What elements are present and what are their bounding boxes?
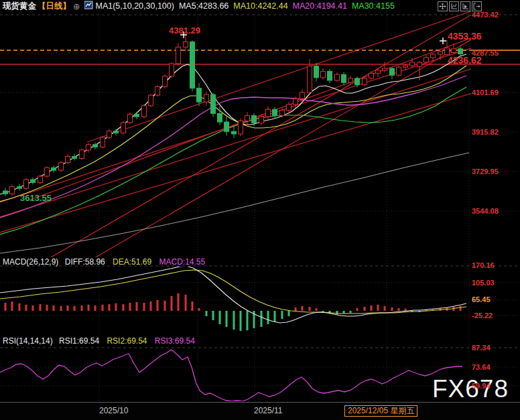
chart-header: 现货黄金 【日线】 ⊕ MA1(5,10,20,30,100) MA5:4283…: [3, 1, 395, 11]
fx678-watermark: FX678: [432, 375, 509, 403]
add-indicator-icon[interactable]: ⊕: [73, 1, 80, 11]
ma30-value: MA30:4155: [352, 1, 395, 11]
price-annotation: 4381.29: [169, 25, 200, 36]
ma-group-label[interactable]: MA1(5,10,20,30,100): [95, 1, 174, 11]
chart-svg[interactable]: [0, 0, 520, 420]
rsi-axis-label: 87.34: [472, 344, 491, 352]
price-axis-label: 3544.08: [472, 207, 499, 215]
chart-canvas[interactable]: [0, 0, 520, 420]
rsi-name[interactable]: RSI(14,14,14): [3, 336, 53, 346]
ma5-value: MA5:4283.66: [179, 1, 229, 11]
indicator-setup-icon[interactable]: [449, 1, 459, 11]
ma10-value: MA10:4242.44: [233, 1, 287, 11]
rsi-axis-label: 59.94: [472, 382, 491, 390]
time-label-oct: 2025/10: [99, 406, 128, 415]
trading-app-window: 现货黄金 【日线】 ⊕ MA1(5,10,20,30,100) MA5:4283…: [0, 0, 520, 420]
macd-pane-header: MACD(26,12,9) DIFF:58.96 DEA:51.69 MACD:…: [3, 257, 205, 267]
rsi2-value: RSI2:69.54: [107, 336, 147, 346]
price-axis-label: 3729.95: [472, 167, 499, 176]
price-annotation: 4236.62: [448, 55, 482, 66]
macd-dea-value: DEA:51.69: [113, 257, 151, 267]
price-annotation: 4353.36: [448, 31, 482, 42]
rsi-pane-header: RSI(14,14,14) RSI1:69.54 RSI2:69.54 RSI3…: [3, 336, 195, 346]
mini-chart-icon: [84, 1, 93, 11]
period-label[interactable]: 【日线】: [38, 1, 71, 12]
rsi3-value: RSI3:69.54: [155, 336, 195, 346]
macd-axis-label: 105.03: [472, 279, 495, 287]
chart-toolbar: [438, 1, 482, 11]
price-axis-label: 3915.82: [472, 128, 499, 136]
ma20-value: MA20:4194.41: [293, 1, 347, 11]
move-crosshair-icon[interactable]: [438, 1, 448, 11]
macd-axis-label: 170.16: [472, 261, 495, 269]
play-forward-icon[interactable]: [460, 1, 470, 11]
price-annotation: 3613.55: [20, 193, 52, 203]
symbol-title: 现货黄金: [3, 1, 36, 12]
macd-diff-value: DIFF:58.96: [65, 257, 105, 267]
macd-name[interactable]: MACD(26,12,9): [3, 257, 58, 267]
time-axis[interactable]: 2025/10 2025/11 2025/12/05 星期五: [0, 402, 520, 420]
macd-macd-value: MACD:14.55: [159, 257, 205, 267]
rsi1-value: RSI1:69.54: [59, 336, 99, 346]
macd-axis-label: -25.22: [472, 311, 493, 320]
price-axis-label: 4101.69: [472, 88, 499, 96]
macd-axis-label: 65.45: [472, 295, 491, 303]
exit-chart-icon[interactable]: [472, 1, 482, 11]
time-label-nov: 2025/11: [254, 406, 283, 415]
rsi-axis-label: 73.64: [472, 363, 491, 371]
price-axis-label: 4473.42: [472, 11, 499, 19]
current-date-box: 2025/12/05 星期五: [344, 405, 417, 417]
